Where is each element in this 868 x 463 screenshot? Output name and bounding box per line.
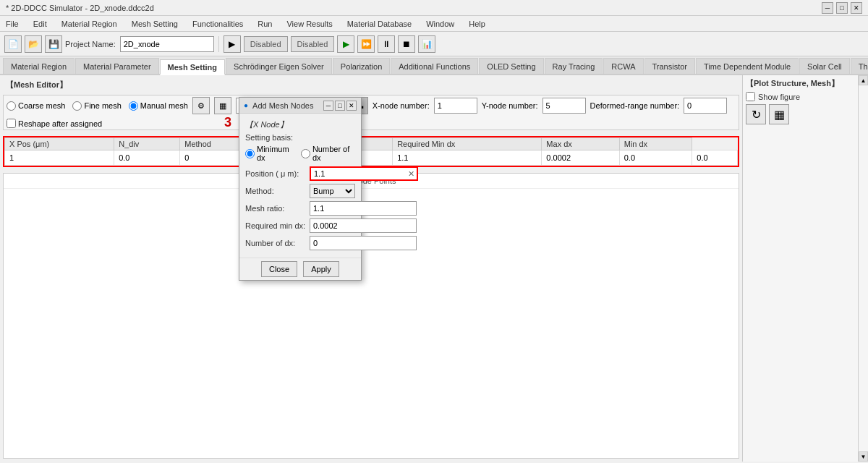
play-button[interactable]: ▶ — [337, 35, 354, 53]
menu-view-results[interactable]: View Results — [284, 18, 335, 30]
menu-material-database[interactable]: Material Database — [344, 18, 414, 30]
tab-rcwa[interactable]: RCWA — [603, 58, 643, 74]
tab-mesh-setting[interactable]: Mesh Setting — [160, 59, 225, 75]
tab-bar: Material Region Material Parameter Mesh … — [0, 56, 868, 75]
num-dx-label[interactable]: Number of dx — [301, 145, 355, 162]
tab-schrodinger[interactable]: Schrödinger Eigen Solver — [226, 58, 332, 74]
num-dx-spinner[interactable] — [310, 236, 417, 250]
modal-title-left: ● Add Mesh Nodes — [244, 101, 313, 110]
new-button[interactable]: 📄 — [4, 35, 22, 53]
tab-polarization[interactable]: Polarization — [333, 58, 390, 74]
num-dx-text: Number of dx — [312, 145, 355, 162]
tab-time-dependent[interactable]: Time Dependent Module — [696, 58, 799, 74]
mesh-ratio-row: Mesh ratio: — [245, 201, 355, 216]
window-controls: ─ □ ✕ — [822, 2, 862, 14]
disabled-badge-1: Disabled — [244, 36, 288, 52]
title-bar: * 2D-DDCC Simulator - 2D_xnode.ddcc2d ─ … — [0, 0, 868, 16]
num-dx-row: Number of dx: — [245, 236, 355, 250]
modal-footer: Close Apply — [239, 258, 361, 280]
pause-button[interactable]: ⏸ — [378, 35, 395, 53]
menu-bar: File Edit Material Region Mesh Setting F… — [0, 16, 868, 32]
tab-oled[interactable]: OLED Setting — [479, 58, 543, 74]
modal-body: 【X Node】 Setting basis: Minimum dx Numbe… — [239, 114, 361, 258]
modal-controls: ─ □ ✕ — [323, 101, 357, 111]
menu-window[interactable]: Window — [423, 18, 457, 30]
position-label: Position ( μ m): — [245, 169, 307, 178]
num-dx-field-label: Number of dx: — [245, 239, 307, 247]
position-input-wrapper: ✕ — [310, 166, 418, 181]
menu-functionalities[interactable]: Functionalities — [190, 18, 246, 30]
stop-button[interactable]: ⏹ — [398, 35, 415, 53]
position-input[interactable] — [310, 166, 418, 181]
modal-title-text: Add Mesh Nodes — [252, 101, 313, 110]
project-name-label: Project Name: — [65, 40, 116, 48]
required-min-row: Required min dx: — [245, 218, 355, 233]
mesh-ratio-label: Mesh ratio: — [245, 204, 307, 213]
window-title: * 2D-DDCC Simulator - 2D_xnode.ddcc2d — [6, 4, 154, 12]
method-row: Method: Bump Linear — [245, 184, 355, 198]
tab-additional-functions[interactable]: Additional Functions — [391, 58, 478, 74]
close-button[interactable]: ✕ — [851, 2, 862, 14]
modal-close-button[interactable]: ✕ — [346, 101, 357, 111]
modal-maximize-button[interactable]: □ — [335, 101, 345, 111]
basis-radio-group: Minimum dx Number of dx — [245, 145, 355, 162]
tab-solar-cell[interactable]: Solar Cell — [799, 58, 850, 74]
tab-material-region[interactable]: Material Region — [3, 58, 75, 74]
modal-title-bar: ● Add Mesh Nodes ─ □ ✕ — [239, 98, 361, 114]
tab-transistor[interactable]: Transistor — [644, 58, 696, 74]
apply-button[interactable]: Apply — [303, 261, 339, 277]
open-button[interactable]: 📂 — [25, 35, 42, 53]
chart-button[interactable]: 📊 — [418, 35, 435, 53]
project-name-input[interactable] — [120, 36, 214, 52]
save-button[interactable]: 💾 — [45, 35, 62, 53]
min-dx-text: Minimum dx — [257, 145, 295, 162]
toolbar: 📄 📂 💾 Project Name: ▶ Disabled Disabled … — [0, 32, 868, 56]
menu-material-region[interactable]: Material Region — [59, 18, 120, 30]
min-dx-radio[interactable] — [245, 149, 255, 158]
modal-icon: ● — [244, 101, 248, 109]
disabled-badge-2: Disabled — [291, 36, 335, 52]
required-min-input[interactable] — [310, 218, 417, 233]
modal-overlay: 3 ● Add Mesh Nodes ─ □ ✕ 【X Node】 Settin… — [0, 75, 868, 462]
menu-help[interactable]: Help — [466, 18, 488, 30]
tab-thermal[interactable]: Thermal — [851, 58, 868, 74]
separator — [218, 36, 219, 52]
tab-material-parameter[interactable]: Material Parameter — [75, 58, 159, 74]
tab-ray-tracing[interactable]: Ray Tracing — [545, 58, 603, 74]
min-dx-label[interactable]: Minimum dx — [245, 145, 295, 162]
close-dialog-button[interactable]: Close — [261, 261, 297, 277]
run-button[interactable]: ▶ — [224, 35, 241, 53]
menu-file[interactable]: File — [3, 18, 22, 30]
minimize-button[interactable]: ─ — [822, 2, 833, 14]
modal-minimize-button[interactable]: ─ — [323, 101, 333, 111]
num-dx-radio[interactable] — [301, 149, 310, 158]
mesh-ratio-input[interactable] — [310, 201, 417, 216]
maximize-button[interactable]: □ — [836, 2, 848, 14]
add-mesh-nodes-dialog: ● Add Mesh Nodes ─ □ ✕ 【X Node】 Setting … — [239, 97, 362, 281]
method-dropdown[interactable]: Bump Linear — [310, 184, 355, 198]
position-clear-button[interactable]: ✕ — [405, 168, 417, 179]
position-row: Position ( μ m): ✕ — [245, 166, 355, 181]
menu-mesh-setting[interactable]: Mesh Setting — [129, 18, 181, 30]
method-label: Method: — [245, 187, 307, 195]
menu-run[interactable]: Run — [255, 18, 275, 30]
fast-forward-button[interactable]: ⏩ — [357, 35, 375, 53]
step-3-label: 3 — [224, 115, 231, 130]
menu-edit[interactable]: Edit — [30, 18, 50, 30]
required-min-label: Required min dx: — [245, 221, 307, 230]
modal-xnode-section: 【X Node】 — [245, 119, 355, 130]
main-content: 【Mesh Editor】 Coarse mesh Fine mesh Manu… — [0, 75, 868, 462]
setting-basis-label: Setting basis: — [245, 133, 355, 142]
